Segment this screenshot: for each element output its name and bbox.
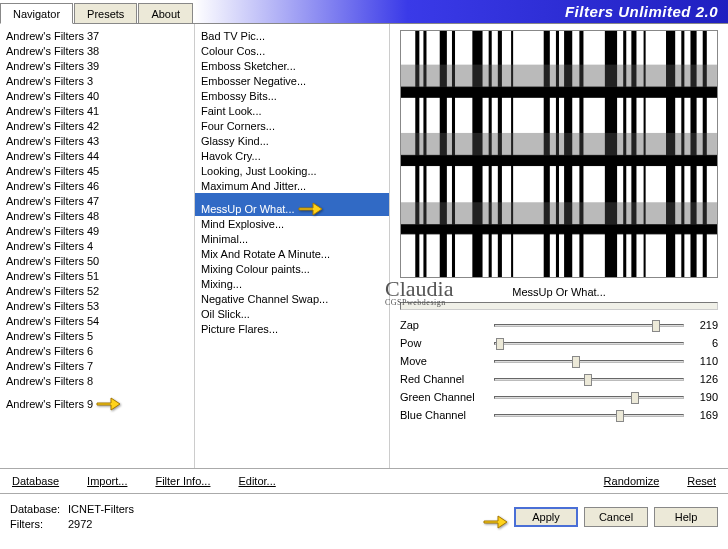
randomize-link[interactable]: Randomize: [600, 475, 664, 487]
filter-item[interactable]: Oil Slick...: [195, 306, 389, 321]
slider-thumb[interactable]: [616, 410, 624, 422]
apply-button[interactable]: Apply: [514, 507, 578, 527]
footer-info: Database:ICNET-Filters Filters:2972: [10, 502, 134, 533]
filters-value: 2972: [68, 518, 92, 530]
preview-box: [400, 30, 718, 278]
slider-row: Move110: [400, 352, 718, 370]
category-list[interactable]: Andrew's Filters 37Andrew's Filters 38An…: [0, 24, 195, 468]
filter-item[interactable]: Maximum And Jitter...: [195, 178, 389, 193]
import-link[interactable]: Import...: [83, 475, 131, 487]
slider-thumb[interactable]: [631, 392, 639, 404]
filter-list[interactable]: Bad TV Pic...Colour Cos...Emboss Sketche…: [195, 24, 390, 468]
category-item[interactable]: Andrew's Filters 38: [0, 43, 194, 58]
slider-thumb[interactable]: [652, 320, 660, 332]
db-label: Database:: [10, 502, 68, 517]
category-item[interactable]: Andrew's Filters 39: [0, 58, 194, 73]
reset-link[interactable]: Reset: [683, 475, 720, 487]
preview-title: MessUp Or What...: [400, 284, 718, 302]
slider-label: Blue Channel: [400, 409, 488, 421]
category-item[interactable]: Andrew's Filters 44: [0, 148, 194, 163]
slider-track[interactable]: [494, 396, 684, 399]
progress-bar: [400, 302, 718, 310]
svg-rect-24: [401, 133, 717, 155]
slider-value: 219: [690, 319, 718, 331]
tab-navigator[interactable]: Navigator: [0, 3, 73, 24]
slider-track[interactable]: [494, 324, 684, 327]
slider-value: 190: [690, 391, 718, 403]
filters-label: Filters:: [10, 517, 68, 532]
filter-item[interactable]: Embosser Negative...: [195, 73, 389, 88]
filter-item[interactable]: MessUp Or What...: [195, 193, 389, 216]
footer: Database:ICNET-Filters Filters:2972 Appl…: [0, 494, 728, 541]
filter-item[interactable]: Mind Explosive...: [195, 216, 389, 231]
filter-item[interactable]: Looking, Just Looking...: [195, 163, 389, 178]
filter-item[interactable]: Bad TV Pic...: [195, 28, 389, 43]
filter-item[interactable]: Mixing...: [195, 276, 389, 291]
category-item[interactable]: Andrew's Filters 51: [0, 268, 194, 283]
category-item[interactable]: Andrew's Filters 52: [0, 283, 194, 298]
category-item[interactable]: Andrew's Filters 54: [0, 313, 194, 328]
filter-item[interactable]: Havok Cry...: [195, 148, 389, 163]
filter-item[interactable]: Emboss Sketcher...: [195, 58, 389, 73]
category-item[interactable]: Andrew's Filters 48: [0, 208, 194, 223]
link-bar: Database Import... Filter Info... Editor…: [0, 469, 728, 494]
filter-item[interactable]: Minimal...: [195, 231, 389, 246]
slider-track[interactable]: [494, 342, 684, 345]
help-button[interactable]: Help: [654, 507, 718, 527]
category-item[interactable]: Andrew's Filters 41: [0, 103, 194, 118]
slider-thumb[interactable]: [496, 338, 504, 350]
filter-item[interactable]: Mixing Colour paints...: [195, 261, 389, 276]
filter-item[interactable]: Negative Channel Swap...: [195, 291, 389, 306]
slider-thumb[interactable]: [584, 374, 592, 386]
category-item[interactable]: Andrew's Filters 3: [0, 73, 194, 88]
database-link[interactable]: Database: [8, 475, 63, 487]
slider-track[interactable]: [494, 378, 684, 381]
slider-label: Red Channel: [400, 373, 488, 385]
editor-link[interactable]: Editor...: [234, 475, 279, 487]
cancel-button[interactable]: Cancel: [584, 507, 648, 527]
slider-track[interactable]: [494, 360, 684, 363]
title-bar: Filters Unlimited 2.0: [194, 0, 728, 23]
category-item[interactable]: Andrew's Filters 4: [0, 238, 194, 253]
filter-info-link[interactable]: Filter Info...: [151, 475, 214, 487]
category-item[interactable]: Andrew's Filters 40: [0, 88, 194, 103]
category-item[interactable]: Andrew's Filters 53: [0, 298, 194, 313]
tab-presets[interactable]: Presets: [74, 3, 137, 23]
slider-thumb[interactable]: [572, 356, 580, 368]
category-item[interactable]: Andrew's Filters 9: [0, 388, 194, 411]
filter-item[interactable]: Colour Cos...: [195, 43, 389, 58]
slider-row: Blue Channel169: [400, 406, 718, 424]
slider-label: Zap: [400, 319, 488, 331]
category-item[interactable]: Andrew's Filters 37: [0, 28, 194, 43]
tab-about[interactable]: About: [138, 3, 193, 23]
filter-item[interactable]: Four Corners...: [195, 118, 389, 133]
category-item[interactable]: Andrew's Filters 5: [0, 328, 194, 343]
slider-track[interactable]: [494, 414, 684, 417]
category-item[interactable]: Andrew's Filters 6: [0, 343, 194, 358]
right-panel: MessUp Or What... Zap219Pow6Move110Red C…: [390, 24, 728, 468]
slider-value: 6: [690, 337, 718, 349]
category-item[interactable]: Andrew's Filters 50: [0, 253, 194, 268]
slider-label: Pow: [400, 337, 488, 349]
filter-item[interactable]: Embossy Bits...: [195, 88, 389, 103]
svg-rect-26: [401, 65, 717, 87]
slider-row: Zap219: [400, 316, 718, 334]
filter-item[interactable]: Picture Flares...: [195, 321, 389, 336]
category-item[interactable]: Andrew's Filters 46: [0, 178, 194, 193]
slider-row: Pow6: [400, 334, 718, 352]
category-item[interactable]: Andrew's Filters 7: [0, 358, 194, 373]
slider-label: Green Channel: [400, 391, 488, 403]
category-item[interactable]: Andrew's Filters 43: [0, 133, 194, 148]
slider-label: Move: [400, 355, 488, 367]
category-item[interactable]: Andrew's Filters 42: [0, 118, 194, 133]
category-item[interactable]: Andrew's Filters 8: [0, 373, 194, 388]
category-item[interactable]: Andrew's Filters 49: [0, 223, 194, 238]
slider-group: Zap219Pow6Move110Red Channel126Green Cha…: [400, 316, 718, 464]
category-item[interactable]: Andrew's Filters 47: [0, 193, 194, 208]
slider-value: 110: [690, 355, 718, 367]
category-item[interactable]: Andrew's Filters 45: [0, 163, 194, 178]
filter-item[interactable]: Faint Look...: [195, 103, 389, 118]
db-value: ICNET-Filters: [68, 503, 134, 515]
filter-item[interactable]: Glassy Kind...: [195, 133, 389, 148]
filter-item[interactable]: Mix And Rotate A Minute...: [195, 246, 389, 261]
